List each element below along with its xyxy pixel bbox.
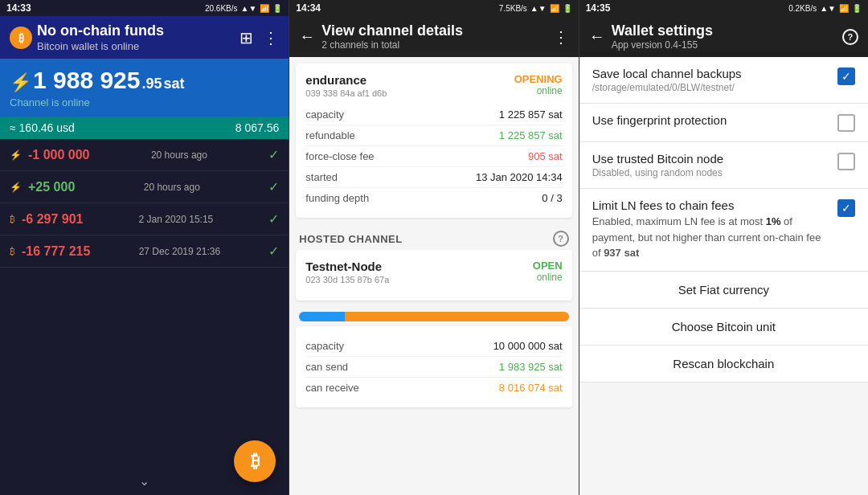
tx-amount: -6 297 901: [22, 212, 84, 227]
setting-label: Save local channel backups: [592, 67, 828, 80]
checkbox-checked-icon[interactable]: ✓: [837, 199, 855, 217]
balance-decimal: .95: [141, 76, 162, 92]
tx-bitcoin-icon: ₿: [10, 246, 15, 257]
panel-wallet-settings: 14:35 0.2KB/s ▲▼ 📶 🔋 ← Wallet settings A…: [579, 0, 868, 495]
checkbox-unchecked-icon[interactable]: [837, 114, 855, 132]
channel-row-capacity-hosted: capacity 10 000 000 sat: [305, 336, 562, 357]
appbar-text: View channel details 2 channels in total: [321, 22, 463, 51]
more-icon[interactable]: ⋮: [263, 28, 279, 47]
tx-check-icon: ✓: [268, 211, 279, 227]
transaction-list: ⚡ -1 000 000 20 hours ago ✓ ⚡ +25 000 20…: [0, 139, 289, 467]
balance-section: ⚡ 1 988 925 .95 sat Channel is online: [0, 59, 289, 117]
channel-card-endurance: endurance 039 338 84a af1 d6b OPENING on…: [296, 63, 571, 218]
tx-left: ⚡ -1 000 000: [10, 148, 90, 162]
bitcoin-logo-icon: ₿: [10, 27, 32, 49]
row-value: 8 016 074 sat: [499, 382, 563, 394]
tx-left: ⚡ +25 000: [10, 180, 75, 194]
wallet-subtitle: Bitcoin wallet is online: [37, 40, 164, 52]
choose-bitcoin-unit-button[interactable]: Choose Bitcoin unit: [579, 309, 868, 346]
usd-secondary: 8 067.56: [235, 121, 280, 134]
channel-info: endurance 039 338 84a af1 d6b: [305, 73, 387, 98]
battery-icon: 🔋: [272, 4, 282, 13]
tx-check-icon: ✓: [268, 147, 279, 162]
time-p1: 14:33: [6, 2, 31, 14]
back-button-p3[interactable]: ←: [589, 27, 605, 46]
rescan-blockchain-button[interactable]: Rescan blockchain: [579, 346, 868, 382]
setting-sublabel: Disabled, using random nodes: [592, 167, 828, 178]
tx-time: 2 Jan 2020 15:15: [84, 214, 269, 225]
setting-sublabel: /storage/emulated/0/BLW/testnet/: [592, 82, 828, 93]
help-icon[interactable]: ?: [553, 231, 569, 247]
channel-progress-bar: [299, 312, 568, 321]
channel-card-testnet: Testnet-Node 023 30d 135 87b 67a OPEN on…: [296, 250, 571, 301]
channel-status-badge: OPENING online: [514, 73, 563, 96]
setting-text: Save local channel backups /storage/emul…: [592, 67, 828, 93]
setting-text: Use fingerprint protection: [592, 113, 828, 127]
row-label: funding depth: [305, 192, 369, 204]
balance-unit: sat: [164, 76, 185, 92]
row-label: capacity: [305, 108, 344, 121]
list-item[interactable]: ⚡ -1 000 000 20 hours ago ✓: [0, 139, 289, 171]
status-right-p2: 7.5KB/s ▲▼ 📶 🔋: [499, 4, 572, 13]
channel-row-can-send: can send 1 983 925 sat: [305, 357, 562, 378]
row-value: 1 225 857 sat: [499, 108, 563, 121]
channel-status: Channel is online: [10, 96, 279, 108]
help-icon-settings[interactable]: ?: [842, 29, 858, 45]
hosted-channel-name: Testnet-Node: [305, 260, 389, 273]
channel-row-can-receive: can receive 8 016 074 sat: [305, 378, 562, 398]
status-bar-p3: 14:35 0.2KB/s ▲▼ 📶 🔋: [579, 0, 868, 16]
bitcoin-fab-button[interactable]: ₿: [234, 440, 276, 482]
list-item[interactable]: ₿ -6 297 901 2 Jan 2020 15:15 ✓: [0, 203, 289, 235]
row-value: 1 983 925 sat: [499, 361, 563, 373]
appbar-left: ← View channel details 2 channels in tot…: [299, 22, 463, 51]
channel-row-started: started 13 Jan 2020 14:34: [305, 167, 562, 188]
panel-channel-details: 14:34 7.5KB/s ▲▼ 📶 🔋 ← View channel deta…: [289, 0, 578, 495]
setting-text: Use trusted Bitcoin node Disabled, using…: [592, 152, 828, 178]
tx-amount: +25 000: [28, 180, 75, 194]
wifi-icon: 📶: [260, 4, 269, 13]
row-label: capacity: [305, 340, 344, 352]
checkbox-checked-icon[interactable]: ✓: [837, 68, 855, 85]
time-p3: 14:35: [586, 2, 611, 14]
hosted-channel-header: HOSTED CHANNEL ?: [289, 224, 578, 250]
tx-amount: -1 000 000: [28, 148, 90, 162]
set-fiat-button[interactable]: Set Fiat currency: [579, 272, 868, 309]
list-item[interactable]: ⚡ +25 000 20 hours ago ✓: [0, 171, 289, 203]
tx-lightning-icon: ⚡: [10, 182, 22, 193]
header-text: No on-chain funds Bitcoin wallet is onli…: [37, 22, 164, 52]
channel-id: 039 338 84a af1 d6b: [305, 88, 387, 98]
more-button-p2[interactable]: ⋮: [553, 27, 569, 47]
row-label: can receive: [305, 382, 358, 394]
row-label: can send: [305, 361, 348, 373]
setting-trusted-node[interactable]: Use trusted Bitcoin node Disabled, using…: [579, 142, 868, 189]
channel-row-refundable: refundable 1 225 857 sat: [305, 125, 562, 146]
row-label: refundable: [305, 129, 354, 141]
balance-big: 1 988 925: [33, 67, 140, 94]
tx-check-icon: ✓: [268, 179, 279, 194]
row-value: 13 Jan 2020 14:34: [476, 171, 563, 183]
channel-name: endurance: [305, 73, 387, 87]
checkbox-unchecked-icon[interactable]: [837, 153, 855, 170]
status-right-p1: 20.6KB/s ▲▼ 📶 🔋: [205, 4, 282, 13]
setting-limit-ln[interactable]: Limit LN fees to chain fees Enabled, max…: [579, 189, 868, 272]
setting-fingerprint[interactable]: Use fingerprint protection: [579, 104, 868, 142]
setting-label: Use trusted Bitcoin node: [592, 152, 828, 166]
network-speed-p3: 0.2KB/s: [788, 4, 817, 13]
setting-save-backups[interactable]: Save local channel backups /storage/emul…: [579, 57, 868, 104]
list-item[interactable]: ₿ -16 777 215 27 Dec 2019 21:36 ✓: [0, 235, 289, 268]
status-right-p3: 0.2KB/s ▲▼ 📶 🔋: [788, 4, 862, 13]
signal-icon-p3: ▲▼: [820, 4, 836, 13]
network-speed-p1: 20.6KB/s: [205, 4, 238, 13]
row-value: 0 / 3: [542, 192, 562, 204]
appbar-title: View channel details: [321, 22, 463, 39]
time-p2: 14:34: [296, 2, 321, 14]
usd-approx: ≈ 160.46 usd: [10, 121, 75, 134]
badge-open: OPEN: [533, 260, 563, 272]
channel-row-capacity: capacity 1 225 857 sat: [305, 104, 562, 125]
tx-time: 20 hours ago: [90, 149, 269, 161]
back-button[interactable]: ←: [299, 27, 315, 46]
qr-icon[interactable]: ⊞: [240, 28, 253, 47]
hosted-channel-info: Testnet-Node 023 30d 135 87b 67a: [305, 260, 389, 284]
channel-row-force-close: force-close fee 905 sat: [305, 146, 562, 167]
tx-left: ₿ -16 777 215: [10, 244, 90, 259]
